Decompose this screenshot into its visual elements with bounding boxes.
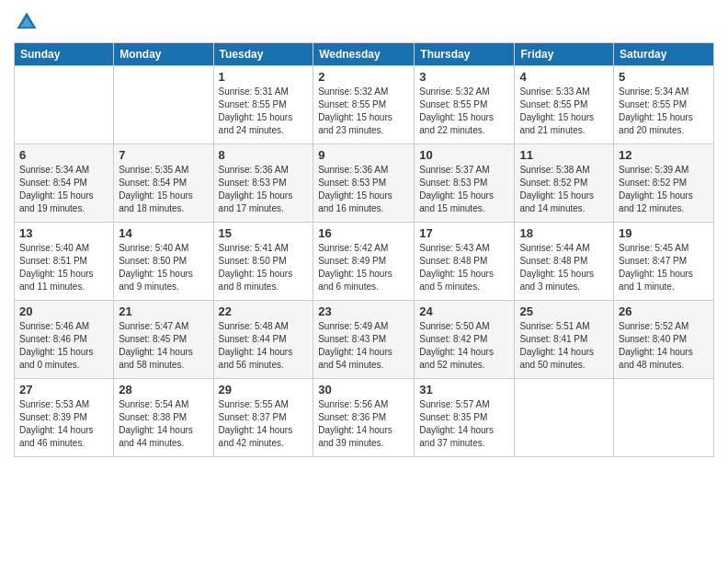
calendar-cell: 29Sunrise: 5:55 AM Sunset: 8:37 PM Dayli… (213, 379, 313, 457)
calendar-cell: 7Sunrise: 5:35 AM Sunset: 8:54 PM Daylig… (114, 144, 213, 223)
header-cell-monday: Monday (114, 43, 213, 66)
day-number: 8 (219, 148, 309, 162)
calendar-cell (515, 379, 614, 457)
day-info: Sunrise: 5:33 AM Sunset: 8:55 PM Dayligh… (519, 86, 609, 137)
day-info: Sunrise: 5:40 AM Sunset: 8:51 PM Dayligh… (19, 242, 108, 293)
day-number: 2 (318, 70, 409, 84)
calendar-cell: 12Sunrise: 5:39 AM Sunset: 8:52 PM Dayli… (614, 144, 714, 223)
day-number: 20 (19, 304, 108, 318)
day-info: Sunrise: 5:38 AM Sunset: 8:52 PM Dayligh… (519, 164, 609, 215)
day-number: 21 (119, 304, 208, 318)
calendar-cell: 8Sunrise: 5:36 AM Sunset: 8:53 PM Daylig… (213, 144, 313, 223)
day-info: Sunrise: 5:47 AM Sunset: 8:45 PM Dayligh… (119, 320, 208, 372)
calendar-cell: 13Sunrise: 5:40 AM Sunset: 8:51 PM Dayli… (15, 223, 114, 301)
day-info: Sunrise: 5:45 AM Sunset: 8:47 PM Dayligh… (619, 242, 709, 293)
calendar-cell: 5Sunrise: 5:34 AM Sunset: 8:55 PM Daylig… (614, 66, 714, 144)
day-info: Sunrise: 5:35 AM Sunset: 8:54 PM Dayligh… (119, 164, 208, 215)
day-number: 12 (619, 148, 709, 162)
day-info: Sunrise: 5:50 AM Sunset: 8:42 PM Dayligh… (419, 320, 509, 372)
day-info: Sunrise: 5:55 AM Sunset: 8:37 PM Dayligh… (219, 398, 309, 450)
header-cell-wednesday: Wednesday (313, 43, 415, 66)
header-cell-saturday: Saturday (614, 43, 714, 66)
header-row: SundayMondayTuesdayWednesdayThursdayFrid… (15, 43, 714, 66)
day-number: 7 (119, 148, 208, 162)
day-info: Sunrise: 5:36 AM Sunset: 8:53 PM Dayligh… (318, 164, 409, 215)
day-info: Sunrise: 5:32 AM Sunset: 8:55 PM Dayligh… (419, 86, 509, 137)
header-cell-tuesday: Tuesday (213, 43, 313, 66)
day-info: Sunrise: 5:39 AM Sunset: 8:52 PM Dayligh… (619, 164, 709, 215)
day-number: 31 (419, 383, 509, 396)
day-info: Sunrise: 5:31 AM Sunset: 8:55 PM Dayligh… (219, 86, 309, 137)
day-info: Sunrise: 5:48 AM Sunset: 8:44 PM Dayligh… (219, 320, 309, 372)
calendar-cell: 15Sunrise: 5:41 AM Sunset: 8:50 PM Dayli… (213, 223, 313, 301)
logo (14, 9, 43, 35)
day-info: Sunrise: 5:44 AM Sunset: 8:48 PM Dayligh… (519, 242, 609, 293)
calendar-cell: 14Sunrise: 5:40 AM Sunset: 8:50 PM Dayli… (114, 223, 213, 301)
day-info: Sunrise: 5:36 AM Sunset: 8:53 PM Dayligh… (219, 164, 309, 215)
day-number: 1 (219, 70, 309, 84)
day-info: Sunrise: 5:54 AM Sunset: 8:38 PM Dayligh… (119, 398, 208, 450)
day-info: Sunrise: 5:43 AM Sunset: 8:48 PM Dayligh… (419, 242, 509, 293)
day-number: 5 (619, 70, 709, 84)
day-number: 3 (419, 70, 509, 84)
day-number: 14 (119, 226, 208, 240)
day-info: Sunrise: 5:51 AM Sunset: 8:41 PM Dayligh… (519, 320, 609, 372)
week-row-2: 13Sunrise: 5:40 AM Sunset: 8:51 PM Dayli… (15, 223, 714, 301)
week-row-3: 20Sunrise: 5:46 AM Sunset: 8:46 PM Dayli… (15, 301, 714, 379)
day-number: 25 (519, 304, 609, 318)
calendar-cell: 21Sunrise: 5:47 AM Sunset: 8:45 PM Dayli… (114, 301, 213, 379)
day-number: 11 (519, 148, 609, 162)
day-info: Sunrise: 5:32 AM Sunset: 8:55 PM Dayligh… (318, 86, 409, 137)
day-number: 9 (318, 148, 409, 162)
calendar-cell: 10Sunrise: 5:37 AM Sunset: 8:53 PM Dayli… (415, 144, 515, 223)
day-number: 17 (419, 226, 509, 240)
calendar-cell: 23Sunrise: 5:49 AM Sunset: 8:43 PM Dayli… (313, 301, 415, 379)
calendar-cell: 19Sunrise: 5:45 AM Sunset: 8:47 PM Dayli… (614, 223, 714, 301)
calendar-cell: 31Sunrise: 5:57 AM Sunset: 8:35 PM Dayli… (415, 379, 515, 457)
calendar-cell: 28Sunrise: 5:54 AM Sunset: 8:38 PM Dayli… (114, 379, 213, 457)
day-number: 13 (19, 226, 108, 240)
calendar-cell: 1Sunrise: 5:31 AM Sunset: 8:55 PM Daylig… (213, 66, 313, 144)
day-number: 19 (619, 226, 709, 240)
calendar-cell: 26Sunrise: 5:52 AM Sunset: 8:40 PM Dayli… (614, 301, 714, 379)
day-number: 10 (419, 148, 509, 162)
week-row-1: 6Sunrise: 5:34 AM Sunset: 8:54 PM Daylig… (15, 144, 714, 223)
day-number: 6 (19, 148, 108, 162)
calendar-cell (614, 379, 714, 457)
calendar-cell: 20Sunrise: 5:46 AM Sunset: 8:46 PM Dayli… (15, 301, 114, 379)
day-number: 27 (19, 383, 108, 396)
day-number: 4 (519, 70, 609, 84)
header-cell-friday: Friday (515, 43, 614, 66)
page-header (14, 9, 714, 35)
calendar-cell: 4Sunrise: 5:33 AM Sunset: 8:55 PM Daylig… (515, 66, 614, 144)
day-number: 28 (119, 383, 208, 396)
day-info: Sunrise: 5:42 AM Sunset: 8:49 PM Dayligh… (318, 242, 409, 293)
day-number: 16 (318, 226, 409, 240)
day-info: Sunrise: 5:37 AM Sunset: 8:53 PM Dayligh… (419, 164, 509, 215)
calendar-cell: 11Sunrise: 5:38 AM Sunset: 8:52 PM Dayli… (515, 144, 614, 223)
calendar-cell: 9Sunrise: 5:36 AM Sunset: 8:53 PM Daylig… (313, 144, 415, 223)
day-number: 18 (519, 226, 609, 240)
day-info: Sunrise: 5:46 AM Sunset: 8:46 PM Dayligh… (19, 320, 108, 372)
day-info: Sunrise: 5:53 AM Sunset: 8:39 PM Dayligh… (19, 398, 108, 450)
header-cell-sunday: Sunday (15, 43, 114, 66)
calendar-cell: 3Sunrise: 5:32 AM Sunset: 8:55 PM Daylig… (415, 66, 515, 144)
day-info: Sunrise: 5:41 AM Sunset: 8:50 PM Dayligh… (219, 242, 309, 293)
day-number: 26 (619, 304, 709, 318)
calendar-cell (15, 66, 114, 144)
day-info: Sunrise: 5:34 AM Sunset: 8:55 PM Dayligh… (619, 86, 709, 137)
day-number: 30 (318, 383, 409, 396)
calendar-cell: 27Sunrise: 5:53 AM Sunset: 8:39 PM Dayli… (15, 379, 114, 457)
calendar-table: SundayMondayTuesdayWednesdayThursdayFrid… (14, 42, 714, 457)
calendar-cell: 18Sunrise: 5:44 AM Sunset: 8:48 PM Dayli… (515, 223, 614, 301)
day-info: Sunrise: 5:57 AM Sunset: 8:35 PM Dayligh… (419, 398, 509, 450)
calendar-cell: 17Sunrise: 5:43 AM Sunset: 8:48 PM Dayli… (415, 223, 515, 301)
day-info: Sunrise: 5:56 AM Sunset: 8:36 PM Dayligh… (318, 398, 409, 450)
day-info: Sunrise: 5:34 AM Sunset: 8:54 PM Dayligh… (19, 164, 108, 215)
calendar-cell: 16Sunrise: 5:42 AM Sunset: 8:49 PM Dayli… (313, 223, 415, 301)
calendar-cell: 22Sunrise: 5:48 AM Sunset: 8:44 PM Dayli… (213, 301, 313, 379)
calendar-cell (114, 66, 213, 144)
week-row-0: 1Sunrise: 5:31 AM Sunset: 8:55 PM Daylig… (15, 66, 714, 144)
day-number: 29 (219, 383, 309, 396)
calendar-cell: 6Sunrise: 5:34 AM Sunset: 8:54 PM Daylig… (15, 144, 114, 223)
